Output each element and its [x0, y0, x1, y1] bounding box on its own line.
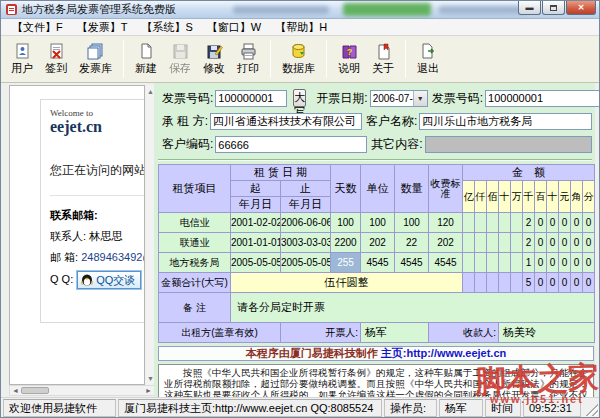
- digit-cell[interactable]: [475, 253, 487, 273]
- issuer-value[interactable]: 杨军: [361, 323, 429, 343]
- digit-cell[interactable]: 0: [535, 233, 547, 253]
- other-content-input: [425, 136, 592, 153]
- digit-cell[interactable]: 0: [535, 213, 547, 233]
- cell-unit[interactable]: 4545: [361, 253, 395, 273]
- help-book-icon: ?: [341, 43, 358, 60]
- cell-days[interactable]: 2200: [331, 233, 361, 253]
- digit-cell[interactable]: 0: [571, 253, 583, 273]
- cell-start[interactable]: 2005-05-05: [231, 253, 281, 273]
- payee-value[interactable]: 杨美玲: [499, 323, 595, 343]
- exit-button[interactable]: 退出: [411, 38, 445, 80]
- cell-days[interactable]: 100: [331, 213, 361, 233]
- scroll-left-icon[interactable]: ◄: [12, 386, 19, 395]
- menu-file[interactable]: 【文件】F: [5, 20, 70, 35]
- issue-date-combo[interactable]: 2006-07- ▼: [370, 90, 428, 107]
- digit-cell[interactable]: 0: [547, 213, 559, 233]
- about-button[interactable]: 关于: [366, 38, 400, 80]
- chevron-down-icon[interactable]: ▼: [413, 91, 427, 106]
- homepage-link[interactable]: 主页:http://www.eejet.cn: [381, 347, 507, 359]
- digit-cell[interactable]: 0: [583, 253, 595, 273]
- digit-cell[interactable]: [511, 213, 523, 233]
- invoice-no2-input[interactable]: [485, 90, 600, 107]
- sidebar-horizontal-scrollbar[interactable]: ◄ ►: [9, 385, 155, 396]
- customer-code-input[interactable]: [215, 136, 367, 153]
- cell-unit[interactable]: 100: [361, 213, 395, 233]
- digit-cell[interactable]: [499, 213, 511, 233]
- digit-cell[interactable]: [487, 253, 499, 273]
- maximize-button[interactable]: [542, 1, 565, 15]
- digit-cell[interactable]: [463, 253, 475, 273]
- uppercase-button[interactable]: 大写: [293, 89, 306, 107]
- menu-invoice[interactable]: 【发票】T: [70, 20, 135, 35]
- modify-button[interactable]: 修改: [197, 38, 231, 80]
- digit-cell[interactable]: [499, 253, 511, 273]
- print-button[interactable]: 打印: [231, 38, 265, 80]
- cell-qty[interactable]: 100: [395, 213, 429, 233]
- toolbar: 用户 签到 发票库 新建 保存 修改 打印 数据库: [1, 36, 599, 83]
- toolbar-separator: [405, 40, 406, 78]
- col-amount: 金 额: [463, 165, 595, 181]
- invoice-no-label: 发票号码:: [162, 90, 213, 107]
- cell-end[interactable]: 2006-06-06: [281, 213, 331, 233]
- invoice-library-button[interactable]: 发票库: [73, 38, 118, 80]
- qq-chat-button[interactable]: QQ交谈: [77, 271, 141, 289]
- menu-help[interactable]: 【帮助】H: [268, 20, 334, 35]
- digit-cell[interactable]: 0: [547, 253, 559, 273]
- cell-start[interactable]: 2001-02-02: [231, 213, 281, 233]
- digit-cell[interactable]: 0: [535, 253, 547, 273]
- close-button[interactable]: ✕: [566, 1, 596, 15]
- digit-cell[interactable]: [499, 233, 511, 253]
- new-button[interactable]: 新建: [129, 38, 163, 80]
- resize-grip[interactable]: [586, 404, 598, 416]
- cell-end[interactable]: 2005-05-05: [281, 253, 331, 273]
- digit-cell[interactable]: 0: [547, 233, 559, 253]
- invoice-form-panel: 发票号码: 大写 开票日期: 2006-07- ▼ 发票号码: 承 租 方: 客…: [154, 83, 595, 397]
- cell-item[interactable]: 电信业: [159, 213, 231, 233]
- cell-qty[interactable]: 4545: [395, 253, 429, 273]
- digit-cell[interactable]: [511, 253, 523, 273]
- digit-cell[interactable]: [511, 233, 523, 253]
- cell-unit[interactable]: 202: [361, 233, 395, 253]
- total-digit-cell: 0: [559, 273, 571, 293]
- cell-start[interactable]: 2001-01-01: [231, 233, 281, 253]
- digit-cell[interactable]: 0: [571, 233, 583, 253]
- signin-button[interactable]: 签到: [39, 38, 73, 80]
- digit-cell[interactable]: 0: [583, 213, 595, 233]
- digit-cell[interactable]: 2: [523, 233, 535, 253]
- user-button[interactable]: 用户: [5, 38, 39, 80]
- digit-cell[interactable]: 0: [571, 213, 583, 233]
- cell-rate[interactable]: 4545: [429, 253, 463, 273]
- digit-cell[interactable]: [475, 213, 487, 233]
- database-button[interactable]: 数据库: [276, 38, 321, 80]
- scroll-right-icon[interactable]: ►: [145, 386, 152, 395]
- invoice-no-input[interactable]: [215, 90, 287, 107]
- email-value[interactable]: 2489463492@qq: [81, 251, 145, 263]
- cell-rate[interactable]: 120: [429, 213, 463, 233]
- customer-name-input[interactable]: [419, 113, 592, 130]
- selected-cell-days[interactable]: 255: [331, 253, 361, 273]
- cell-item[interactable]: 地方税务局: [159, 253, 231, 273]
- digit-cell[interactable]: 0: [559, 233, 571, 253]
- digit-cell[interactable]: [487, 233, 499, 253]
- note-value[interactable]: 请各分局定时开票: [231, 293, 595, 323]
- digit-cell[interactable]: [487, 213, 499, 233]
- digit-cell[interactable]: [475, 233, 487, 253]
- digit-cell[interactable]: [463, 233, 475, 253]
- digit-cell[interactable]: 0: [559, 253, 571, 273]
- help-button[interactable]: ? 说明: [332, 38, 366, 80]
- cell-end[interactable]: 3003-03-03: [281, 233, 331, 253]
- menu-window[interactable]: 【窗口】W: [200, 20, 268, 35]
- digit-cell[interactable]: 0: [583, 233, 595, 253]
- digit-cell[interactable]: 1: [523, 253, 535, 273]
- digit-cell[interactable]: 2: [523, 213, 535, 233]
- minimize-button[interactable]: ▬: [518, 1, 541, 15]
- menu-system[interactable]: 【系统】S: [134, 20, 199, 35]
- cell-qty[interactable]: 22: [395, 233, 429, 253]
- digit-cell[interactable]: 0: [559, 213, 571, 233]
- renter-input[interactable]: [210, 113, 362, 130]
- cell-rate[interactable]: 202: [429, 233, 463, 253]
- scrollbar-thumb[interactable]: [21, 387, 49, 394]
- cell-item[interactable]: 联通业: [159, 233, 231, 253]
- renter-label: 承 租 方:: [162, 113, 208, 130]
- digit-cell[interactable]: [463, 213, 475, 233]
